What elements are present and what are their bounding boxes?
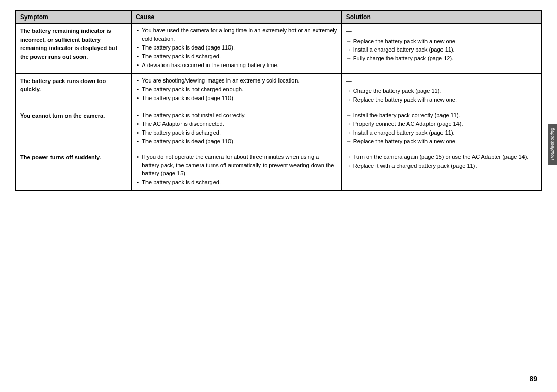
solution-item: →Install a charged battery pack (page 11… bbox=[346, 46, 537, 54]
solution-item: →Install the battery pack correctly (pag… bbox=[346, 111, 537, 120]
solution-cell: →Turn on the camera again (page 15) or u… bbox=[341, 150, 541, 190]
troubleshooting-table: Symptom Cause Solution The battery remai… bbox=[15, 10, 542, 191]
solution-item: →Replace the battery pack with a new one… bbox=[346, 138, 537, 146]
cause-item: The battery pack is dead (page 110). bbox=[136, 44, 337, 52]
cause-item: The battery pack is discharged. bbox=[136, 129, 337, 137]
sidebar-label: Troubleshooting bbox=[550, 128, 555, 161]
cause-cell: The battery pack is not installed correc… bbox=[132, 108, 342, 150]
solution-item: →Replace the battery pack with a new one… bbox=[346, 96, 537, 104]
cause-item: If you do not operate the camera for abo… bbox=[136, 153, 337, 178]
cause-item: The battery pack is dead (page 110). bbox=[136, 94, 337, 103]
symptom-cell: The battery remaining indicator is incor… bbox=[16, 24, 132, 74]
cause-item: You have used the camera for a long time… bbox=[136, 27, 337, 43]
arrow-icon: → bbox=[346, 162, 352, 170]
solution-cell: —→Charge the battery pack (page 11).→Rep… bbox=[341, 73, 541, 108]
page-container: Symptom Cause Solution The battery remai… bbox=[0, 0, 557, 201]
cause-item: The battery pack is dead (page 110). bbox=[136, 138, 337, 146]
arrow-icon: → bbox=[346, 87, 352, 95]
solution-item: →Replace the battery pack with a new one… bbox=[346, 38, 537, 46]
arrow-icon: → bbox=[346, 120, 352, 128]
solution-item: →Properly connect the AC Adaptor (page 1… bbox=[346, 120, 537, 128]
cause-item: You are shooting/viewing images in an ex… bbox=[136, 77, 337, 85]
cause-item: The AC Adaptor is disconnected. bbox=[136, 120, 337, 128]
cause-item: The battery pack is discharged. bbox=[136, 178, 337, 187]
cause-item: The battery pack is not installed correc… bbox=[136, 111, 337, 120]
table-row: You cannot turn on the camera.The batter… bbox=[16, 108, 542, 150]
arrow-icon: → bbox=[346, 111, 352, 120]
solution-item: →Turn on the camera again (page 15) or u… bbox=[346, 153, 537, 161]
solution-dash: — bbox=[346, 77, 537, 86]
cause-cell: If you do not operate the camera for abo… bbox=[132, 150, 342, 190]
solution-dash: — bbox=[346, 27, 537, 36]
arrow-icon: → bbox=[346, 129, 352, 137]
symptom-cell: You cannot turn on the camera. bbox=[16, 108, 132, 150]
solution-item: →Fully charge the battery pack (page 12)… bbox=[346, 55, 537, 63]
arrow-icon: → bbox=[346, 38, 352, 46]
symptom-cell: The battery pack runs down too quickly. bbox=[16, 73, 132, 108]
arrow-icon: → bbox=[346, 138, 352, 146]
cause-cell: You are shooting/viewing images in an ex… bbox=[132, 73, 342, 108]
arrow-icon: → bbox=[346, 55, 352, 63]
sidebar-tab: Troubleshooting bbox=[548, 124, 557, 165]
cause-item: The battery pack is not charged enough. bbox=[136, 86, 337, 94]
table-row: The power turns off suddenly.If you do n… bbox=[16, 150, 542, 190]
cause-cell: You have used the camera for a long time… bbox=[132, 24, 342, 74]
solution-cell: —→Replace the battery pack with a new on… bbox=[341, 24, 541, 74]
cause-item: The battery pack is discharged. bbox=[136, 53, 337, 61]
arrow-icon: → bbox=[346, 153, 352, 161]
solution-item: →Replace it with a charged battery pack … bbox=[346, 162, 537, 170]
header-symptom: Symptom bbox=[16, 11, 132, 24]
header-cause: Cause bbox=[132, 11, 342, 24]
arrow-icon: → bbox=[346, 96, 352, 104]
solution-item: →Install a charged battery pack (page 11… bbox=[346, 129, 537, 137]
solution-cell: →Install the battery pack correctly (pag… bbox=[341, 108, 541, 150]
solution-item: →Charge the battery pack (page 11). bbox=[346, 87, 537, 95]
cause-item: A deviation has occurred in the remainin… bbox=[136, 61, 337, 70]
symptom-cell: The power turns off suddenly. bbox=[16, 150, 132, 190]
table-row: The battery remaining indicator is incor… bbox=[16, 24, 542, 74]
page-number: 89 bbox=[529, 374, 537, 383]
header-solution: Solution bbox=[341, 11, 541, 24]
arrow-icon: → bbox=[346, 46, 352, 54]
table-row: The battery pack runs down too quickly.Y… bbox=[16, 73, 542, 108]
